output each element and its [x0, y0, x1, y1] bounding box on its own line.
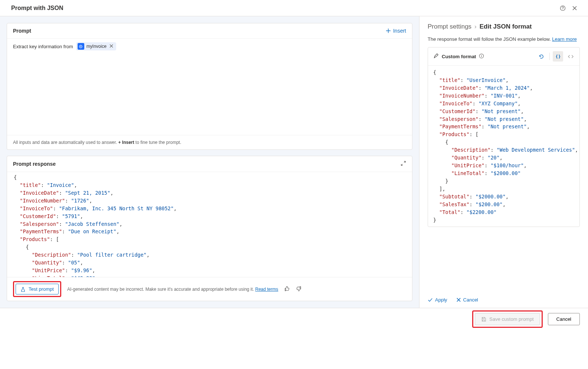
apply-button[interactable]: Apply: [428, 297, 447, 303]
test-prompt-button[interactable]: Test prompt: [16, 284, 59, 294]
test-prompt-highlight: Test prompt: [13, 281, 61, 297]
prompt-title: Prompt: [13, 28, 31, 34]
input-chip-icon: [78, 43, 84, 50]
format-header: Custom format: [428, 47, 579, 66]
format-title: Custom format: [442, 54, 476, 59]
prompt-footer-a: All inputs and data are automatically us…: [13, 140, 118, 145]
breadcrumb-root[interactable]: Prompt settings: [428, 23, 471, 30]
cancel-settings-button[interactable]: Cancel: [456, 297, 478, 303]
settings-actions: Apply Cancel: [419, 293, 588, 308]
right-header: Prompt settings › Edit JSON format: [419, 16, 588, 33]
format-card: Custom format { "title: [428, 47, 580, 227]
expand-icon[interactable]: [401, 161, 406, 167]
input-chip-label: myInvoice: [86, 44, 107, 49]
page-title: Prompt with JSON: [11, 5, 557, 11]
code-view-icon[interactable]: [565, 51, 576, 62]
edit-icon: [433, 53, 439, 60]
topbar: Prompt with JSON: [0, 0, 588, 16]
bottom-bar: Save custom prompt Cancel: [0, 308, 588, 330]
test-prompt-label: Test prompt: [29, 286, 54, 292]
cancel-button[interactable]: Cancel: [548, 313, 580, 325]
plus-icon: [386, 28, 391, 33]
response-json[interactable]: { "title": "Invoice", "InvoiceDate": "Se…: [7, 172, 412, 277]
read-terms-link[interactable]: Read terms: [255, 287, 278, 292]
prompt-header: Prompt Insert: [7, 23, 412, 39]
info-icon[interactable]: [479, 53, 484, 60]
save-highlight: Save custom prompt: [472, 310, 542, 328]
response-header: Prompt response: [7, 156, 412, 172]
left-column: Prompt Insert Extract key information fr…: [0, 16, 419, 308]
check-icon: [428, 297, 433, 303]
breadcrumb: Prompt settings › Edit JSON format: [428, 23, 580, 30]
response-card: Prompt response { "title": "Invoice", "I…: [7, 156, 412, 301]
svg-point-1: [562, 9, 563, 9]
format-json[interactable]: { "title": "UserInvoice", "InvoiceDate":…: [428, 66, 579, 227]
prompt-text: Extract key information from: [13, 44, 73, 49]
prompt-footer: All inputs and data are automatically us…: [7, 135, 412, 149]
help-icon[interactable]: [557, 2, 569, 14]
x-icon: [456, 297, 461, 302]
breadcrumb-current: Edit JSON format: [480, 23, 532, 30]
prompt-body[interactable]: Extract key information from myInvoice: [7, 39, 412, 135]
insert-label: Insert: [393, 28, 406, 34]
disclaimer-text: AI-generated content may be incorrect. M…: [67, 287, 255, 292]
learn-more-link[interactable]: Learn more: [552, 36, 576, 42]
beaker-icon: [20, 287, 26, 292]
response-title: Prompt response: [13, 161, 56, 167]
settings-description: The response format will follow the JSON…: [419, 33, 588, 47]
json-view-icon[interactable]: [553, 51, 563, 62]
save-custom-prompt-button[interactable]: Save custom prompt: [475, 313, 540, 325]
thumbs-up-icon[interactable]: [284, 286, 290, 293]
prompt-card: Prompt Insert Extract key information fr…: [7, 23, 412, 150]
input-chip[interactable]: myInvoice: [76, 42, 116, 50]
prompt-footer-bold: + Insert: [118, 140, 134, 145]
save-icon: [481, 317, 486, 322]
response-footer: Test prompt AI-generated content may be …: [7, 277, 412, 301]
prompt-footer-b: to fine tune the prompt.: [134, 140, 182, 145]
reset-icon[interactable]: [536, 51, 546, 62]
insert-button[interactable]: Insert: [386, 28, 406, 34]
main: Prompt Insert Extract key information fr…: [0, 16, 588, 308]
close-icon[interactable]: [569, 2, 581, 14]
chevron-right-icon: ›: [474, 23, 477, 30]
chip-remove-icon[interactable]: [110, 44, 113, 49]
thumbs-down-icon[interactable]: [296, 286, 301, 293]
right-panel: Prompt settings › Edit JSON format The r…: [419, 16, 588, 308]
